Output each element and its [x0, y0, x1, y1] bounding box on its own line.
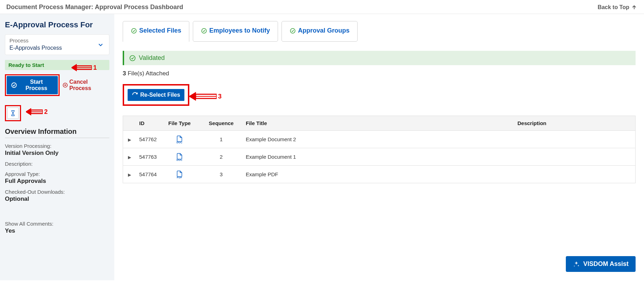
process-dropdown[interactable]: Process E-Approvals Process: [5, 34, 109, 55]
back-to-top-link[interactable]: Back to Top: [598, 4, 637, 11]
cell-id: 547764: [136, 167, 159, 181]
cell-description: [514, 170, 635, 179]
expand-toggle[interactable]: ▶: [123, 167, 136, 181]
show-comments-value: Yes: [5, 227, 109, 234]
sidebar: E-Approval Process For Process E-Approva…: [0, 14, 114, 280]
col-id-header: ID: [136, 116, 159, 130]
expand-toggle[interactable]: ▶: [123, 132, 136, 146]
svg-point-5: [202, 28, 206, 33]
info-row: Description:: [5, 161, 109, 167]
annotation-box-3: Re-Select Files: [123, 84, 189, 106]
col-expand-header: [123, 116, 136, 130]
validated-label: Validated: [139, 54, 165, 62]
col-title-header: File Title: [242, 116, 514, 130]
cancel-process-link[interactable]: Cancel Process: [62, 79, 109, 91]
annotation-arrow-2: 2: [26, 107, 48, 116]
svg-point-6: [290, 28, 295, 33]
chevron-down-icon: [97, 41, 104, 48]
overview-heading: Overview Information: [5, 128, 109, 138]
main-content: Selected FilesEmployees to NotifyApprova…: [114, 14, 644, 280]
file-doc-icon: DOC: [162, 135, 197, 144]
caret-right-icon: ▶: [128, 155, 131, 160]
caret-right-icon: ▶: [128, 172, 131, 177]
table-header-row: ID File Type Sequence File Title Descrip…: [123, 116, 635, 131]
tab-label: Selected Files: [139, 27, 181, 34]
col-seq-header: Sequence: [200, 116, 242, 130]
visdom-assist-button[interactable]: VISDOM Assist: [566, 256, 636, 272]
cell-title: Example PDF: [242, 167, 514, 181]
annotation-arrow-3: 3: [189, 91, 222, 102]
info-row: Approval Type:Full Approvals: [5, 171, 109, 185]
annotation-box-1: Start Process: [5, 74, 60, 96]
annotation-number-1: 1: [93, 64, 97, 71]
file-doc-icon: DOC: [162, 152, 197, 161]
svg-point-7: [130, 55, 135, 61]
start-process-button[interactable]: Start Process: [7, 76, 58, 94]
hourglass-row: 2: [5, 105, 109, 128]
annotation-number-3: 3: [218, 93, 222, 100]
process-dropdown-label: Process: [9, 37, 105, 43]
table-body: ▶547762DOC1Example Document 2▶547763DOC2…: [123, 131, 635, 183]
file-pdf-icon: PDF: [162, 170, 197, 179]
back-to-top-label: Back to Top: [598, 4, 629, 11]
info-label: Version Processing:: [5, 143, 109, 149]
arrow-up-icon: [631, 5, 637, 10]
cell-sequence: 3: [200, 167, 242, 181]
caret-right-icon: ▶: [128, 137, 131, 142]
tab-selected-files[interactable]: Selected Files: [123, 21, 189, 42]
cell-file-type: PDF: [159, 166, 200, 183]
files-table: ID File Type Sequence File Title Descrip…: [123, 116, 636, 183]
table-row: ▶547763DOC2Example Document 1: [123, 148, 635, 166]
check-circle-icon: [290, 28, 296, 34]
info-value: Initial Version Only: [5, 150, 109, 157]
info-value: Full Approvals: [5, 178, 109, 185]
expand-toggle[interactable]: ▶: [123, 150, 136, 164]
info-label: Description:: [5, 161, 109, 167]
info-list: Version Processing:Initial Version OnlyD…: [5, 143, 109, 203]
annotation-number-2: 2: [44, 108, 48, 116]
info-label: Approval Type:: [5, 171, 109, 177]
check-circle-icon: [129, 55, 136, 62]
start-process-label: Start Process: [19, 79, 54, 91]
visdom-assist-label: VISDOM Assist: [583, 260, 629, 268]
cell-id: 547762: [136, 132, 159, 146]
show-comments-label: Show All Comments:: [5, 221, 109, 227]
check-circle-icon: [11, 82, 17, 88]
files-count-suffix: File(s) Attached: [126, 70, 169, 77]
cell-file-type: DOC: [159, 148, 200, 165]
cell-description: [514, 153, 635, 161]
cell-title: Example Document 1: [242, 150, 514, 164]
action-row: Start Process Cancel Process 1: [5, 74, 109, 96]
info-value: Optional: [5, 196, 109, 203]
cancel-process-label: Cancel Process: [69, 79, 109, 91]
info-label: Checked-Out Downloads:: [5, 189, 109, 195]
cell-id: 547763: [136, 150, 159, 164]
annotation-box-2: [5, 105, 21, 121]
tab-employees-to-notify[interactable]: Employees to Notify: [193, 21, 278, 42]
tab-label: Employees to Notify: [209, 27, 270, 34]
check-circle-icon: [201, 28, 207, 34]
table-row: ▶547764PDF3Example PDF: [123, 166, 635, 183]
cell-sequence: 2: [200, 150, 242, 164]
info-row: Checked-Out Downloads:Optional: [5, 189, 109, 203]
process-dropdown-value: E-Approvals Process: [9, 45, 105, 51]
cell-file-type: DOC: [159, 131, 200, 148]
sidebar-heading: E-Approval Process For: [5, 20, 109, 29]
refresh-icon: [132, 92, 138, 98]
col-type-header: File Type: [159, 116, 200, 130]
x-circle-icon: [62, 82, 68, 88]
show-comments-row: Show All Comments: Yes: [5, 221, 109, 234]
tab-approval-groups[interactable]: Approval Groups: [282, 21, 358, 42]
info-row: Version Processing:Initial Version Only: [5, 143, 109, 157]
page-title: Document Process Manager: Approval Proce…: [6, 4, 183, 11]
files-attached-text: 3 File(s) Attached: [123, 70, 636, 77]
col-desc-header: Description: [514, 116, 635, 130]
annotation-arrow-1: 1: [72, 63, 97, 72]
reselect-files-label: Re-Select Files: [140, 92, 180, 98]
cell-description: [514, 135, 635, 144]
tab-bar: Selected FilesEmployees to NotifyApprova…: [123, 21, 636, 42]
cell-title: Example Document 2: [242, 132, 514, 146]
reselect-files-button[interactable]: Re-Select Files: [128, 89, 184, 101]
cell-sequence: 1: [200, 132, 242, 146]
hourglass-button[interactable]: [7, 108, 19, 119]
